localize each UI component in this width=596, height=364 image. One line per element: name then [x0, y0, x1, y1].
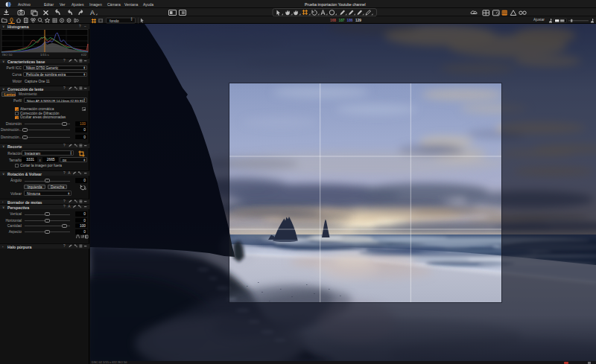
svg-text:f/22: f/22 — [81, 53, 87, 57]
svg-text:ISO 50: ISO 50 — [2, 53, 13, 57]
svg-text:A: A — [90, 9, 95, 16]
svg-text:1/15 s: 1/15 s — [40, 53, 49, 57]
